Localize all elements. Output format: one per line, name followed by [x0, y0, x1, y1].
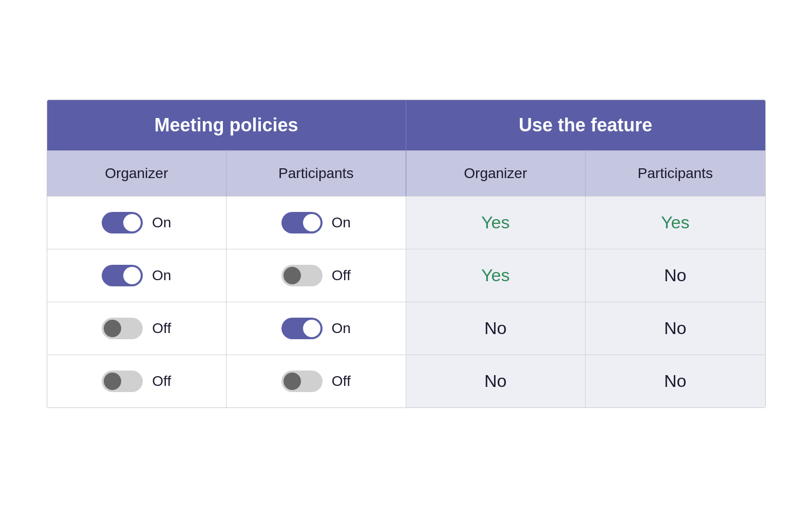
result-part-text-1: No: [664, 265, 686, 285]
result-part-cell-2: No: [586, 302, 765, 355]
result-part-cell-0: Yes: [586, 197, 765, 249]
header-use-feature: Use the feature: [406, 100, 765, 150]
part-toggle-text-2: On: [332, 320, 351, 337]
part-toggle-cell-0: On: [226, 197, 406, 249]
result-part-text-3: No: [664, 371, 686, 391]
part-toggle-cell-3: Off: [226, 355, 406, 407]
result-part-cell-3: No: [586, 355, 765, 407]
org-toggle-text-2: Off: [152, 320, 171, 337]
org-toggle-knob-3: [104, 373, 121, 390]
org-toggle-cell-1: On: [47, 249, 227, 302]
data-row-3: Off Off NoNo: [47, 355, 765, 407]
org-toggle-label-3: Off: [102, 371, 171, 392]
result-org-cell-3: No: [406, 355, 586, 407]
result-org-text-1: Yes: [481, 265, 509, 285]
subheader-organizer-1: Organizer: [47, 151, 227, 196]
part-toggle-label-2: On: [281, 318, 351, 339]
org-toggle-knob-0: [123, 214, 141, 231]
part-toggle-text-1: Off: [332, 267, 351, 284]
org-toggle-knob-1: [123, 267, 141, 284]
org-toggle-label-0: On: [102, 212, 171, 233]
result-part-cell-1: No: [586, 249, 765, 302]
subheader-participants-1: Participants: [226, 151, 406, 196]
data-row-2: Off On NoNo: [47, 302, 765, 355]
org-toggle-2[interactable]: [102, 318, 143, 339]
org-toggle-text-0: On: [152, 215, 171, 231]
org-toggle-text-1: On: [152, 267, 171, 284]
policy-table: Meeting policies Use the feature Organiz…: [47, 100, 766, 408]
result-part-text-0: Yes: [661, 212, 689, 232]
data-row-1: On Off YesNo: [47, 249, 765, 302]
part-toggle-0[interactable]: [281, 212, 323, 233]
org-toggle-label-1: On: [102, 265, 171, 286]
org-toggle-knob-2: [104, 320, 121, 337]
org-toggle-cell-2: Off: [47, 302, 227, 355]
org-toggle-label-2: Off: [102, 318, 171, 339]
part-toggle-cell-2: On: [226, 302, 406, 355]
result-part-text-2: No: [664, 318, 686, 338]
part-toggle-3[interactable]: [281, 371, 323, 392]
org-toggle-0[interactable]: [102, 212, 143, 233]
part-toggle-cell-1: Off: [226, 249, 406, 302]
sub-header-row: Organizer Participants Organizer Partici…: [47, 150, 765, 196]
part-toggle-knob-1: [284, 267, 301, 284]
part-toggle-2[interactable]: [281, 318, 323, 339]
result-org-cell-2: No: [406, 302, 586, 355]
org-toggle-1[interactable]: [102, 265, 143, 286]
table-body: On On YesYes On Off YesNo Off: [47, 196, 765, 407]
result-org-text-0: Yes: [481, 212, 509, 232]
part-toggle-1[interactable]: [281, 265, 323, 286]
org-toggle-text-3: Off: [152, 373, 171, 389]
data-row-0: On On YesYes: [47, 196, 765, 249]
part-toggle-knob-2: [303, 320, 320, 337]
org-toggle-cell-0: On: [47, 197, 227, 249]
org-toggle-3[interactable]: [102, 371, 143, 392]
part-toggle-knob-3: [284, 373, 301, 390]
subheader-participants-2: Participants: [586, 151, 765, 196]
subheader-organizer-2: Organizer: [406, 151, 586, 196]
part-toggle-label-3: Off: [281, 371, 351, 392]
org-toggle-cell-3: Off: [47, 355, 227, 407]
part-toggle-label-0: On: [281, 212, 351, 233]
result-org-cell-0: Yes: [406, 197, 586, 249]
result-org-text-2: No: [484, 318, 506, 338]
part-toggle-text-0: On: [332, 215, 351, 231]
header-meeting-policies: Meeting policies: [47, 100, 406, 150]
part-toggle-text-3: Off: [332, 373, 351, 389]
part-toggle-label-1: Off: [281, 265, 351, 286]
header-row: Meeting policies Use the feature: [47, 100, 765, 150]
part-toggle-knob-0: [303, 214, 320, 231]
result-org-text-3: No: [484, 371, 506, 391]
result-org-cell-1: Yes: [406, 249, 586, 302]
